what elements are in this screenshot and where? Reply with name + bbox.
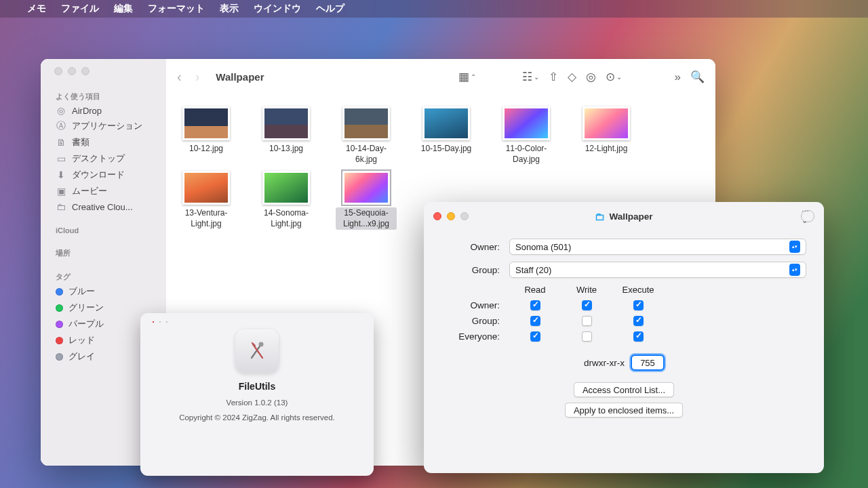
permissions-title-text: Wallpaper bbox=[609, 211, 652, 222]
file-thumbnail bbox=[262, 106, 310, 140]
file-item[interactable]: 13-Ventura-Light.jpg bbox=[176, 171, 237, 230]
sidebar-label: Creative Clou... bbox=[72, 202, 133, 212]
sidebar-tag-blue[interactable]: ブルー bbox=[49, 283, 158, 300]
group-value: Staff (20) bbox=[515, 265, 551, 275]
everyone-read-checkbox[interactable] bbox=[530, 331, 540, 342]
action-button[interactable]: ⊙ ⌄ bbox=[606, 70, 622, 84]
sidebar-heading-icloud: iCloud bbox=[49, 222, 158, 236]
sidebar-tag-green[interactable]: グリーン bbox=[49, 300, 158, 316]
more-button[interactable]: ⋯⌄ bbox=[801, 210, 814, 222]
everyone-write-checkbox[interactable] bbox=[582, 331, 592, 342]
menu-window[interactable]: ウインドウ bbox=[254, 3, 301, 15]
file-item[interactable]: 10-14-Day-6k.jpg bbox=[336, 106, 397, 165]
nav-buttons: ‹ › bbox=[177, 69, 199, 85]
menu-format[interactable]: フォーマット bbox=[148, 3, 205, 15]
chevron-updown-icon: ▴▾ bbox=[789, 264, 800, 276]
sidebar-label: ムービー bbox=[72, 185, 107, 197]
window-controls bbox=[153, 321, 167, 323]
file-item-selected[interactable]: 15-Sequoia-Light...x9.jpg bbox=[336, 171, 397, 230]
sidebar-item-documents[interactable]: 🗎書類 bbox=[49, 134, 158, 150]
menu-help[interactable]: ヘルプ bbox=[316, 3, 344, 15]
file-label: 10-14-Day-6k.jpg bbox=[336, 143, 397, 165]
downloads-icon: ⬇ bbox=[56, 169, 66, 180]
zoom-button[interactable] bbox=[460, 212, 469, 220]
file-label: 15-Sequoia-Light...x9.jpg bbox=[336, 207, 397, 230]
search-button[interactable]: 🔍 bbox=[690, 70, 705, 84]
acl-button[interactable]: Access Control List... bbox=[574, 382, 674, 397]
file-item[interactable]: 10-13.jpg bbox=[256, 106, 317, 165]
row-owner-label: Owner: bbox=[441, 300, 509, 310]
file-thumbnail bbox=[502, 106, 550, 140]
menu-app-name[interactable]: メモ bbox=[27, 3, 46, 15]
group-select[interactable]: Staff (20)▴▾ bbox=[509, 262, 806, 278]
file-item[interactable]: 14-Sonoma-Light.jpg bbox=[256, 171, 317, 230]
view-icons-button[interactable]: ▦ ⌃ bbox=[458, 70, 476, 84]
forward-button[interactable]: › bbox=[195, 69, 200, 85]
menu-edit[interactable]: 編集 bbox=[114, 3, 133, 15]
menu-view[interactable]: 表示 bbox=[220, 3, 239, 15]
group-write-checkbox[interactable] bbox=[582, 316, 592, 326]
sidebar-item-desktop[interactable]: ▭デスクトップ bbox=[49, 150, 158, 167]
minimize-button[interactable] bbox=[159, 321, 161, 323]
applications-icon: Ⓐ bbox=[56, 121, 66, 131]
sidebar-heading-locations: 場所 bbox=[49, 244, 158, 260]
file-label: 12-Light.jpg bbox=[584, 143, 629, 155]
window-controls bbox=[41, 67, 166, 87]
close-button[interactable] bbox=[54, 67, 62, 75]
sidebar-item-movies[interactable]: ▣ムービー bbox=[49, 183, 158, 199]
permissions-titlebar: 🗀 Wallpaper ⋯⌄ bbox=[424, 202, 824, 230]
close-button[interactable] bbox=[153, 321, 154, 323]
zoom-button[interactable] bbox=[81, 67, 90, 75]
file-label: 10-15-Day.jpg bbox=[420, 143, 473, 155]
owner-select[interactable]: Sonoma (501)▴▾ bbox=[509, 239, 806, 255]
app-icon bbox=[235, 329, 279, 373]
share-button[interactable]: ⇧ bbox=[549, 70, 558, 84]
file-item[interactable]: 10-12.jpg bbox=[176, 106, 237, 165]
file-item[interactable]: 11-0-Color-Day.jpg bbox=[496, 106, 557, 165]
owner-value: Sonoma (501) bbox=[515, 242, 571, 252]
mode-string: drwxr-xr-x bbox=[584, 358, 625, 368]
menu-file[interactable]: ファイル bbox=[61, 3, 99, 15]
group-execute-checkbox[interactable] bbox=[633, 316, 644, 326]
file-item[interactable]: 12-Light.jpg bbox=[576, 106, 637, 165]
group-button[interactable]: ☷ ⌄ bbox=[522, 70, 539, 84]
octal-input[interactable]: 755 bbox=[631, 355, 664, 370]
folder-icon: 🗀 bbox=[56, 201, 66, 212]
back-button[interactable]: ‹ bbox=[177, 69, 182, 85]
col-write: Write bbox=[561, 285, 612, 295]
zoom-button[interactable] bbox=[166, 321, 167, 323]
close-button[interactable] bbox=[433, 212, 441, 220]
sidebar-item-creative-cloud[interactable]: 🗀Creative Clou... bbox=[49, 199, 158, 214]
sidebar-item-airdrop[interactable]: ◎AirDrop bbox=[49, 103, 158, 118]
owner-write-checkbox[interactable] bbox=[582, 300, 592, 310]
sidebar-heading-favorites: よく使う項目 bbox=[49, 87, 158, 103]
folder-icon: 🗀 bbox=[595, 211, 605, 222]
sidebar-label: AirDrop bbox=[72, 106, 102, 116]
movies-icon: ▣ bbox=[56, 186, 66, 197]
group-label: Group: bbox=[441, 265, 500, 275]
tag-button[interactable]: ◇ bbox=[568, 70, 576, 84]
row-group-label: Group: bbox=[441, 316, 509, 326]
minimize-button[interactable] bbox=[447, 212, 455, 220]
file-thumbnail bbox=[422, 106, 470, 140]
owner-execute-checkbox[interactable] bbox=[633, 300, 644, 310]
airdrop-button[interactable]: ◎ bbox=[586, 70, 596, 84]
tag-dot-icon bbox=[56, 288, 63, 296]
file-label: 10-12.jpg bbox=[188, 143, 224, 155]
sidebar-item-applications[interactable]: Ⓐアプリケーション bbox=[49, 118, 158, 134]
apply-enclosed-button[interactable]: Apply to enclosed items... bbox=[565, 403, 683, 418]
minimize-button[interactable] bbox=[68, 67, 76, 75]
overflow-button[interactable]: » bbox=[675, 70, 681, 84]
group-read-checkbox[interactable] bbox=[530, 316, 540, 326]
col-read: Read bbox=[509, 285, 561, 295]
sidebar-item-downloads[interactable]: ⬇ダウンロード bbox=[49, 167, 158, 183]
sidebar-label: グレイ bbox=[68, 350, 95, 363]
file-thumbnail bbox=[342, 106, 390, 140]
everyone-execute-checkbox[interactable] bbox=[633, 331, 644, 342]
about-window: FileUtils Version 1.0.2 (13) Copyright ©… bbox=[140, 313, 374, 476]
tag-dot-icon bbox=[56, 321, 63, 328]
tag-dot-icon bbox=[56, 337, 63, 344]
owner-read-checkbox[interactable] bbox=[530, 300, 540, 310]
chevron-updown-icon: ▴▾ bbox=[789, 241, 800, 253]
file-item[interactable]: 10-15-Day.jpg bbox=[416, 106, 477, 165]
